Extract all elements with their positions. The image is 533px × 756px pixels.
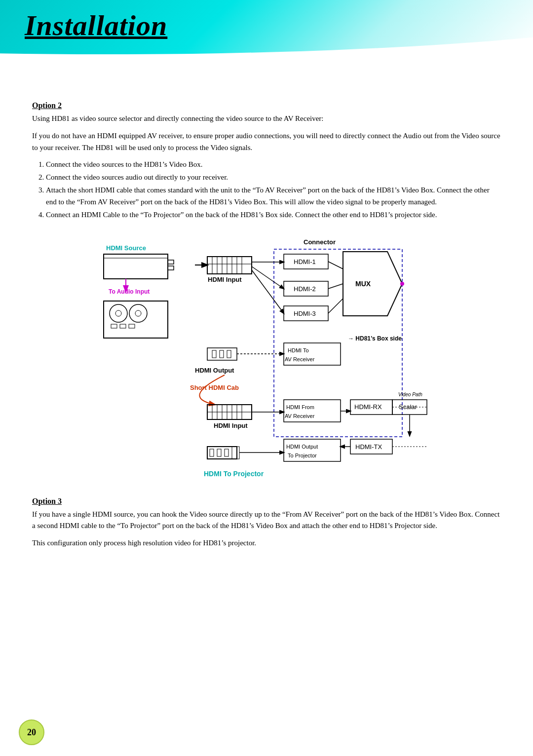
svg-rect-62 — [210, 449, 214, 456]
option3-note: This configuration only process high res… — [32, 537, 501, 549]
hdmi-input-label: HDMI Input — [208, 276, 242, 283]
option2-steps: Connect the video sources to the HD81’s … — [46, 158, 501, 221]
svg-rect-37 — [220, 350, 224, 358]
svg-line-24 — [328, 284, 343, 289]
svg-text:AV Receiver: AV Receiver — [285, 413, 315, 419]
page-title: Installation — [0, 0, 533, 42]
svg-text:AV Receiver: AV Receiver — [285, 356, 315, 362]
option2-body: If you do not have an HDMI equipped AV r… — [32, 130, 501, 153]
main-content: Option 2 Using HD81 as video source sele… — [0, 42, 533, 584]
hdmi-input2-label: HDMI Input — [214, 422, 248, 429]
hdmi2-label: HDMI-2 — [294, 285, 316, 293]
svg-rect-34 — [129, 324, 135, 328]
to-audio-label: To Audio Input — [109, 288, 150, 295]
svg-rect-33 — [120, 324, 126, 328]
svg-rect-38 — [227, 350, 231, 358]
svg-rect-36 — [212, 350, 216, 358]
svg-rect-65 — [232, 447, 239, 459]
hd81-box-label: → HD81’s Box side — [348, 335, 402, 342]
installation-diagram: HDMI Source HDMI Input Connec — [81, 229, 452, 486]
option2-heading: Option 2 — [32, 101, 501, 110]
diagram-svg: HDMI Source HDMI Input Connec — [81, 229, 452, 486]
svg-line-23 — [328, 262, 343, 269]
svg-rect-4 — [168, 266, 174, 270]
option3-body: If you have a single HDMI source, you ca… — [32, 509, 501, 532]
hdmi-output-label: HDMI Output — [195, 367, 234, 374]
svg-line-25 — [328, 299, 343, 313]
svg-text:HDMI To: HDMI To — [288, 347, 309, 353]
short-hdmi-label: Short HDMI Cab — [190, 384, 239, 391]
hdmi-source-label: HDMI Source — [106, 244, 146, 252]
page-number-text: 20 — [27, 727, 36, 738]
hdmi-rx-label: HDMI-RX — [354, 403, 382, 411]
step-1: Connect the video sources to the HD81’s … — [46, 158, 501, 170]
hdmi3-label: HDMI-3 — [294, 310, 316, 317]
connector-label: Connector — [304, 238, 336, 246]
page-number-badge: 20 — [19, 719, 44, 745]
svg-line-16 — [252, 266, 284, 289]
svg-point-28 — [110, 304, 127, 322]
video-path-label: Video Path — [398, 392, 422, 397]
svg-rect-35 — [207, 348, 237, 360]
svg-rect-64 — [225, 449, 228, 456]
hdmi-tx-label: HDMI-TX — [355, 443, 382, 451]
svg-text:HDMI Output: HDMI Output — [286, 444, 318, 450]
hdmi-to-projector-label: HDMI To Projector — [204, 470, 264, 478]
mux-label: MUX — [355, 280, 371, 288]
svg-point-31 — [135, 310, 141, 316]
svg-text:To Projector: To Projector — [288, 453, 317, 458]
svg-rect-6 — [207, 257, 252, 274]
svg-rect-32 — [111, 324, 117, 328]
option2-intro: Using HD81 as video source selector and … — [32, 113, 501, 124]
svg-point-22 — [400, 282, 404, 286]
svg-text:HDMI From: HDMI From — [286, 404, 314, 410]
svg-line-17 — [252, 270, 284, 313]
svg-rect-63 — [217, 449, 221, 456]
svg-marker-21 — [343, 252, 402, 316]
svg-point-30 — [129, 304, 147, 322]
option3-heading: Option 3 — [32, 497, 501, 506]
step-4: Connect an HDMI Cable to the “To Project… — [46, 209, 501, 221]
svg-rect-61 — [207, 447, 237, 459]
svg-point-29 — [115, 310, 121, 316]
svg-rect-3 — [168, 260, 174, 264]
step-3: Attach the short HDMI cable that comes s… — [46, 184, 501, 208]
hdmi1-label: HDMI-1 — [294, 258, 316, 265]
step-2: Connect the video sources audio out dire… — [46, 171, 501, 183]
